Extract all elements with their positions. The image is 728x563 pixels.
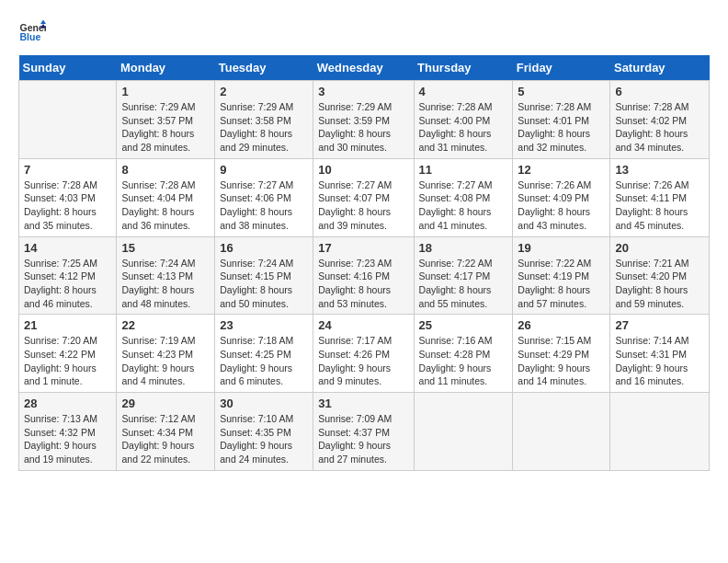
- day-header-thursday: Thursday: [414, 55, 513, 81]
- day-number: 4: [419, 85, 508, 98]
- logo: General Blue: [18, 18, 50, 46]
- day-header-saturday: Saturday: [610, 55, 710, 81]
- calendar-cell: [19, 81, 117, 159]
- week-row-5: 28Sunrise: 7:13 AM Sunset: 4:32 PM Dayli…: [19, 393, 710, 471]
- day-number: 11: [419, 163, 508, 177]
- day-info: Sunrise: 7:26 AM Sunset: 4:11 PM Dayligh…: [615, 178, 704, 233]
- calendar-cell: [610, 393, 710, 471]
- day-number: 30: [220, 396, 308, 410]
- day-info: Sunrise: 7:20 AM Sunset: 4:22 PM Dayligh…: [24, 334, 111, 388]
- calendar-header-row: SundayMondayTuesdayWednesdayThursdayFrid…: [19, 55, 710, 81]
- day-number: 28: [24, 396, 111, 410]
- day-info: Sunrise: 7:27 AM Sunset: 4:07 PM Dayligh…: [318, 178, 408, 233]
- day-info: Sunrise: 7:27 AM Sunset: 4:06 PM Dayligh…: [220, 178, 308, 233]
- day-number: 15: [121, 241, 210, 255]
- day-number: 17: [318, 241, 408, 255]
- day-number: 26: [518, 318, 605, 332]
- calendar-cell: 26Sunrise: 7:15 AM Sunset: 4:29 PM Dayli…: [513, 315, 610, 393]
- day-header-tuesday: Tuesday: [215, 55, 313, 81]
- calendar-cell: 27Sunrise: 7:14 AM Sunset: 4:31 PM Dayli…: [610, 315, 710, 393]
- day-number: 21: [24, 318, 111, 332]
- day-number: 5: [518, 85, 605, 98]
- calendar-cell: 6Sunrise: 7:28 AM Sunset: 4:02 PM Daylig…: [610, 81, 710, 159]
- calendar-cell: 17Sunrise: 7:23 AM Sunset: 4:16 PM Dayli…: [313, 236, 414, 315]
- week-row-3: 14Sunrise: 7:25 AM Sunset: 4:12 PM Dayli…: [19, 236, 710, 315]
- day-info: Sunrise: 7:18 AM Sunset: 4:25 PM Dayligh…: [220, 334, 308, 388]
- calendar-cell: 7Sunrise: 7:28 AM Sunset: 4:03 PM Daylig…: [19, 158, 117, 236]
- day-number: 10: [318, 163, 408, 177]
- day-info: Sunrise: 7:19 AM Sunset: 4:23 PM Dayligh…: [121, 334, 210, 388]
- day-number: 24: [318, 318, 408, 332]
- calendar-cell: 18Sunrise: 7:22 AM Sunset: 4:17 PM Dayli…: [414, 236, 513, 315]
- day-number: 16: [220, 241, 308, 255]
- day-info: Sunrise: 7:24 AM Sunset: 4:13 PM Dayligh…: [121, 257, 210, 311]
- calendar-cell: 15Sunrise: 7:24 AM Sunset: 4:13 PM Dayli…: [117, 236, 215, 315]
- day-header-sunday: Sunday: [19, 55, 117, 81]
- calendar-cell: 2Sunrise: 7:29 AM Sunset: 3:58 PM Daylig…: [215, 81, 313, 159]
- day-info: Sunrise: 7:10 AM Sunset: 4:35 PM Dayligh…: [220, 412, 308, 466]
- calendar-cell: 12Sunrise: 7:26 AM Sunset: 4:09 PM Dayli…: [513, 158, 610, 236]
- day-info: Sunrise: 7:23 AM Sunset: 4:16 PM Dayligh…: [318, 257, 408, 311]
- day-info: Sunrise: 7:27 AM Sunset: 4:08 PM Dayligh…: [419, 178, 508, 233]
- calendar-cell: 21Sunrise: 7:20 AM Sunset: 4:22 PM Dayli…: [19, 315, 117, 393]
- calendar-cell: 9Sunrise: 7:27 AM Sunset: 4:06 PM Daylig…: [215, 158, 313, 236]
- day-header-monday: Monday: [117, 55, 215, 81]
- day-number: 7: [24, 163, 111, 177]
- calendar-cell: 5Sunrise: 7:28 AM Sunset: 4:01 PM Daylig…: [513, 81, 610, 159]
- calendar-cell: 22Sunrise: 7:19 AM Sunset: 4:23 PM Dayli…: [117, 315, 215, 393]
- day-info: Sunrise: 7:28 AM Sunset: 4:02 PM Dayligh…: [615, 100, 704, 155]
- calendar-cell: 24Sunrise: 7:17 AM Sunset: 4:26 PM Dayli…: [313, 315, 414, 393]
- day-info: Sunrise: 7:29 AM Sunset: 3:58 PM Dayligh…: [220, 100, 308, 155]
- day-number: 9: [220, 163, 308, 177]
- calendar-cell: 20Sunrise: 7:21 AM Sunset: 4:20 PM Dayli…: [610, 236, 710, 315]
- day-number: 2: [220, 85, 308, 98]
- calendar-cell: 14Sunrise: 7:25 AM Sunset: 4:12 PM Dayli…: [19, 236, 117, 315]
- calendar-cell: 19Sunrise: 7:22 AM Sunset: 4:19 PM Dayli…: [513, 236, 610, 315]
- day-info: Sunrise: 7:26 AM Sunset: 4:09 PM Dayligh…: [518, 178, 605, 233]
- week-row-4: 21Sunrise: 7:20 AM Sunset: 4:22 PM Dayli…: [19, 315, 710, 393]
- day-info: Sunrise: 7:09 AM Sunset: 4:37 PM Dayligh…: [318, 412, 408, 466]
- day-number: 19: [518, 241, 605, 255]
- day-info: Sunrise: 7:16 AM Sunset: 4:28 PM Dayligh…: [419, 334, 508, 388]
- day-number: 27: [615, 318, 704, 332]
- page-header: General Blue: [18, 18, 710, 46]
- week-row-1: 1Sunrise: 7:29 AM Sunset: 3:57 PM Daylig…: [19, 81, 710, 159]
- day-info: Sunrise: 7:28 AM Sunset: 4:01 PM Dayligh…: [518, 100, 605, 155]
- day-number: 6: [615, 85, 704, 98]
- day-number: 14: [24, 241, 111, 255]
- calendar-table: SundayMondayTuesdayWednesdayThursdayFrid…: [18, 55, 710, 471]
- day-info: Sunrise: 7:28 AM Sunset: 4:04 PM Dayligh…: [121, 178, 210, 233]
- day-info: Sunrise: 7:22 AM Sunset: 4:19 PM Dayligh…: [518, 257, 605, 311]
- day-number: 22: [121, 318, 210, 332]
- day-header-wednesday: Wednesday: [313, 55, 414, 81]
- day-info: Sunrise: 7:24 AM Sunset: 4:15 PM Dayligh…: [220, 257, 308, 311]
- logo-icon: General Blue: [18, 18, 46, 46]
- calendar-cell: 25Sunrise: 7:16 AM Sunset: 4:28 PM Dayli…: [414, 315, 513, 393]
- calendar-cell: 3Sunrise: 7:29 AM Sunset: 3:59 PM Daylig…: [313, 81, 414, 159]
- day-info: Sunrise: 7:15 AM Sunset: 4:29 PM Dayligh…: [518, 334, 605, 388]
- day-info: Sunrise: 7:12 AM Sunset: 4:34 PM Dayligh…: [121, 412, 210, 466]
- day-number: 31: [318, 396, 408, 410]
- day-info: Sunrise: 7:29 AM Sunset: 3:57 PM Dayligh…: [121, 100, 210, 155]
- day-info: Sunrise: 7:17 AM Sunset: 4:26 PM Dayligh…: [318, 334, 408, 388]
- week-row-2: 7Sunrise: 7:28 AM Sunset: 4:03 PM Daylig…: [19, 158, 710, 236]
- day-info: Sunrise: 7:13 AM Sunset: 4:32 PM Dayligh…: [24, 412, 111, 466]
- calendar-cell: 29Sunrise: 7:12 AM Sunset: 4:34 PM Dayli…: [117, 393, 215, 471]
- calendar-cell: 30Sunrise: 7:10 AM Sunset: 4:35 PM Dayli…: [215, 393, 313, 471]
- day-number: 18: [419, 241, 508, 255]
- day-info: Sunrise: 7:29 AM Sunset: 3:59 PM Dayligh…: [318, 100, 408, 155]
- calendar-cell: 31Sunrise: 7:09 AM Sunset: 4:37 PM Dayli…: [313, 393, 414, 471]
- day-number: 25: [419, 318, 508, 332]
- day-number: 13: [615, 163, 704, 177]
- day-number: 1: [121, 85, 210, 98]
- day-info: Sunrise: 7:28 AM Sunset: 4:00 PM Dayligh…: [419, 100, 508, 155]
- calendar-cell: 28Sunrise: 7:13 AM Sunset: 4:32 PM Dayli…: [19, 393, 117, 471]
- day-number: 23: [220, 318, 308, 332]
- day-number: 12: [518, 163, 605, 177]
- day-info: Sunrise: 7:21 AM Sunset: 4:20 PM Dayligh…: [615, 257, 704, 311]
- svg-text:Blue: Blue: [20, 31, 41, 42]
- calendar-cell: 4Sunrise: 7:28 AM Sunset: 4:00 PM Daylig…: [414, 81, 513, 159]
- calendar-cell: 13Sunrise: 7:26 AM Sunset: 4:11 PM Dayli…: [610, 158, 710, 236]
- day-number: 8: [121, 163, 210, 177]
- calendar-cell: [513, 393, 610, 471]
